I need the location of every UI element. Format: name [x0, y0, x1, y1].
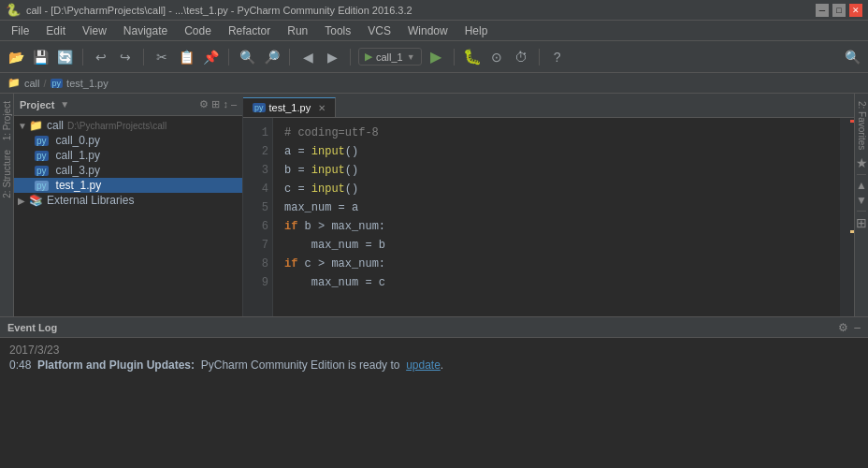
- menu-window[interactable]: Window: [400, 22, 456, 39]
- line-num-9: 9: [247, 273, 268, 292]
- breadcrumb-folder-icon: 📁: [7, 77, 21, 89]
- forward-button[interactable]: ▶: [322, 47, 342, 67]
- breadcrumb-project[interactable]: call: [24, 78, 40, 89]
- profile-button[interactable]: ⏱: [511, 47, 531, 67]
- maximize-button[interactable]: □: [832, 4, 846, 17]
- menu-view[interactable]: View: [75, 22, 114, 39]
- tree-file-test1-label: test_1.py: [56, 179, 102, 192]
- debug-button[interactable]: 🐛: [462, 47, 483, 67]
- favorites-expand-icon[interactable]: ⊞: [856, 215, 867, 230]
- favorites-down-icon[interactable]: ▼: [856, 194, 867, 207]
- minimize-button[interactable]: ─: [816, 4, 829, 17]
- open-button[interactable]: 📂: [6, 47, 26, 67]
- event-log-controls: ⚙ –: [838, 321, 861, 334]
- tree-external-libs[interactable]: ▶ 📚 External Libraries: [14, 193, 242, 208]
- workspace-main: 1: Project 2: Structure Project ▼ ⚙ ⊞ ↕ …: [0, 94, 868, 316]
- event-log-settings-icon[interactable]: ⚙: [838, 321, 848, 334]
- event-log-close-icon[interactable]: –: [854, 321, 861, 334]
- panel-settings-icon[interactable]: ⚙: [199, 98, 209, 110]
- editor-tab-test1[interactable]: py test_1.py ✕: [243, 97, 336, 117]
- search-everywhere-button[interactable]: ?: [547, 47, 568, 67]
- tree-file-call0[interactable]: py call_0.py: [14, 133, 242, 148]
- breadcrumb-sep: /: [44, 78, 47, 89]
- code-editor[interactable]: 1 2 3 4 5 6 7 8 9 # coding=utf-8 a = inp…: [243, 118, 854, 316]
- menu-code[interactable]: Code: [177, 22, 219, 39]
- window-controls: ─ □ ✕: [816, 4, 862, 17]
- line-num-3: 3: [247, 161, 268, 180]
- cut-button[interactable]: ✂: [152, 47, 172, 67]
- coverage-button[interactable]: ⊙: [486, 47, 507, 67]
- toolbar-sep-4: [289, 49, 290, 66]
- breadcrumb-file-icon: py: [51, 79, 64, 88]
- project-panel-controls: ⚙ ⊞ ↕ –: [199, 98, 237, 110]
- tree-file-call1[interactable]: py call_1.py: [14, 148, 242, 163]
- menu-navigate[interactable]: Navigate: [116, 22, 175, 39]
- tab-close-icon[interactable]: ✕: [318, 103, 326, 113]
- structure-side-tab[interactable]: 2: Structure: [0, 146, 14, 202]
- menu-edit[interactable]: Edit: [38, 22, 73, 39]
- code-content[interactable]: # coding=utf-8 a = input() b = input() c…: [273, 118, 840, 316]
- tree-root[interactable]: ▼ 📁 call D:\PycharmProjects\call: [14, 118, 242, 133]
- find-button[interactable]: 🔍: [237, 47, 257, 67]
- project-panel-dropdown[interactable]: ▼: [60, 99, 69, 110]
- log-update-link[interactable]: update: [406, 358, 441, 372]
- menu-run[interactable]: Run: [280, 22, 315, 39]
- event-log-content: 2017/3/23 0:48 Platform and Plugin Updat…: [0, 338, 868, 468]
- editor-tab-label: test_1.py: [269, 102, 311, 113]
- project-panel-header: Project ▼ ⚙ ⊞ ↕ –: [14, 94, 242, 116]
- menu-vcs[interactable]: VCS: [360, 22, 398, 39]
- breadcrumb-file[interactable]: test_1.py: [66, 78, 108, 89]
- code-line-9: max_num = c: [284, 273, 829, 292]
- code-line-7: max_num = b: [284, 236, 829, 255]
- favorites-sep-2: [857, 211, 866, 212]
- log-date: 2017/3/23: [9, 344, 859, 357]
- menu-tools[interactable]: Tools: [317, 22, 358, 39]
- replace-button[interactable]: 🔎: [261, 47, 282, 67]
- code-line-3: b = input(): [284, 161, 829, 180]
- py-icon-call1: py: [35, 151, 49, 161]
- run-config-selector[interactable]: ▶ call_1 ▼: [358, 48, 422, 66]
- line-num-4: 4: [247, 180, 268, 198]
- tree-external-libs-label: External Libraries: [47, 194, 134, 207]
- panel-collapse-icon[interactable]: –: [231, 98, 237, 110]
- tree-file-call3-label: call_3.py: [56, 164, 100, 177]
- event-log-header: Event Log ⚙ –: [0, 317, 868, 338]
- right-gutter: [840, 118, 854, 316]
- line-num-7: 7: [247, 236, 268, 255]
- tree-file-call0-label: call_0.py: [56, 134, 100, 147]
- favorites-panel: 2: Favorites ★ ▲ ▼ ⊞: [854, 94, 868, 316]
- favorites-tab[interactable]: 2: Favorites: [855, 97, 869, 154]
- tree-root-path: D:\PycharmProjects\call: [67, 121, 166, 131]
- tab-py-icon: py: [253, 103, 266, 112]
- save-button[interactable]: 💾: [30, 47, 51, 67]
- redo-button[interactable]: ↪: [115, 47, 136, 67]
- py-icon-call0: py: [35, 136, 49, 146]
- run-button[interactable]: ▶: [426, 47, 446, 67]
- search-icon[interactable]: 🔍: [842, 47, 862, 67]
- event-log-title: Event Log: [7, 322, 57, 333]
- project-panel-title: Project: [20, 99, 54, 110]
- favorites-star-icon[interactable]: ★: [856, 155, 868, 170]
- title-text: call - [D:\PycharmProjects\call] - ...\t…: [26, 5, 412, 16]
- paste-button[interactable]: 📌: [200, 47, 221, 67]
- toolbar-sep-6: [454, 49, 455, 66]
- favorites-up-icon[interactable]: ▲: [856, 179, 867, 192]
- py-icon-call3: py: [35, 166, 49, 176]
- panel-sort-icon[interactable]: ↕: [223, 98, 228, 110]
- log-time: 0:48: [9, 358, 31, 372]
- menu-file[interactable]: File: [4, 22, 36, 39]
- menu-refactor[interactable]: Refactor: [221, 22, 278, 39]
- ext-libs-icon: 📚: [29, 194, 43, 207]
- tree-file-test1[interactable]: py test_1.py: [14, 178, 242, 193]
- copy-button[interactable]: 📋: [176, 47, 196, 67]
- sync-button[interactable]: 🔄: [54, 47, 75, 67]
- menu-help[interactable]: Help: [457, 22, 496, 39]
- back-button[interactable]: ◀: [297, 47, 318, 67]
- toolbar-sep-7: [539, 49, 540, 66]
- project-side-tab[interactable]: 1: Project: [0, 97, 14, 144]
- tree-file-call3[interactable]: py call_3.py: [14, 163, 242, 178]
- undo-button[interactable]: ↩: [91, 47, 111, 67]
- log-entry: 0:48 Platform and Plugin Updates: PyChar…: [9, 358, 859, 372]
- close-button[interactable]: ✕: [849, 4, 862, 17]
- panel-gear-icon[interactable]: ⊞: [211, 98, 220, 110]
